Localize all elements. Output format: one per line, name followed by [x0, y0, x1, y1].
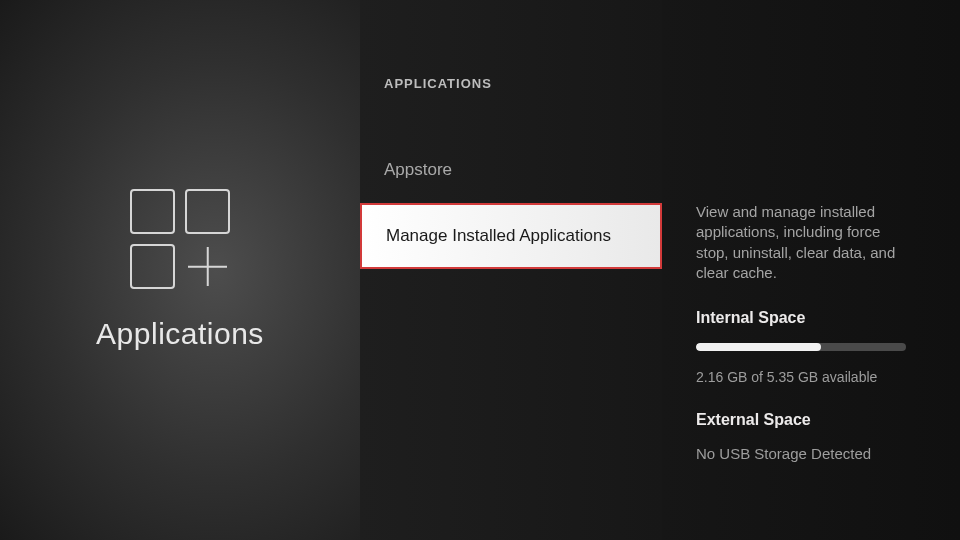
internal-space-availability: 2.16 GB of 5.35 GB available [696, 369, 926, 385]
menu-item-label: Manage Installed Applications [386, 226, 611, 246]
external-space-status: No USB Storage Detected [696, 445, 926, 462]
item-description: View and manage installed applications, … [696, 202, 916, 283]
menu-item-manage-installed-applications[interactable]: Manage Installed Applications [360, 203, 662, 269]
internal-space-heading: Internal Space [696, 309, 926, 327]
category-title: Applications [96, 317, 264, 351]
applications-icon [130, 189, 230, 289]
category-panel: Applications [0, 0, 360, 540]
icon-square [130, 189, 175, 234]
internal-space-bar [696, 343, 906, 351]
icon-square [130, 244, 175, 289]
icon-square [185, 189, 230, 234]
settings-menu: APPLICATIONS Appstore Manage Installed A… [360, 0, 662, 540]
internal-space-bar-fill [696, 343, 821, 351]
detail-panel: View and manage installed applications, … [662, 0, 960, 540]
external-space-heading: External Space [696, 411, 926, 429]
plus-icon [185, 244, 230, 289]
menu-item-appstore[interactable]: Appstore [360, 137, 662, 203]
menu-item-label: Appstore [384, 160, 452, 180]
menu-section-header: APPLICATIONS [360, 76, 662, 91]
